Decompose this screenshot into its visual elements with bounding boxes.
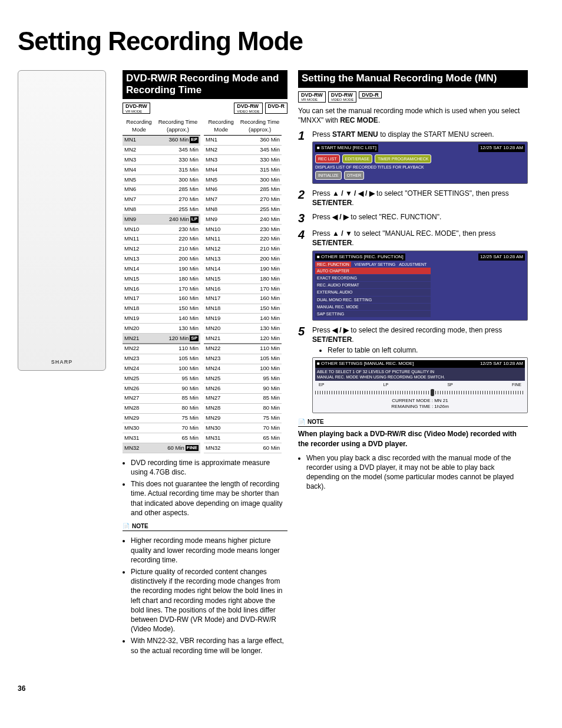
th-mode: Recording Mode [123, 117, 156, 135]
remote-illustration [18, 70, 106, 371]
cell-time: 230 Min [156, 225, 200, 235]
table-row: MN23105 Min [204, 354, 282, 364]
cell-time: 360 MinEP [156, 135, 200, 145]
cell-mode: MN29 [204, 413, 238, 423]
table-row: MN8255 Min [123, 205, 200, 215]
cell-mode: MN19 [204, 314, 238, 324]
table-row: MN10230 Min [123, 225, 200, 235]
table-row: MN12210 Min [123, 244, 200, 254]
table-row: MN2595 Min [123, 374, 200, 384]
cell-time: 285 Min [238, 185, 282, 195]
table-row: MN18150 Min [123, 304, 200, 314]
remote-column [18, 70, 112, 371]
step-body: Press ▲ / ▼ / ◀ / ▶ to select "OTHER SET… [312, 189, 528, 207]
cell-mode: MN32 [123, 443, 156, 453]
cell-time: 220 Min [156, 234, 200, 244]
cell-mode: MN21 [123, 334, 156, 344]
cell-mode: MN2 [204, 145, 238, 155]
table-row: MN2595 Min [204, 374, 282, 384]
table-row: MN8255 Min [204, 205, 282, 215]
sub-bullet: Refer to table on left column. [328, 345, 528, 355]
cell-mode: MN5 [123, 175, 156, 185]
table-row: MN3070 Min [204, 423, 282, 433]
table-row: MN4315 Min [123, 165, 200, 175]
cell-time: 70 Min [156, 423, 200, 433]
table-row: MN2345 Min [123, 145, 200, 155]
cell-time: 140 Min [238, 314, 282, 324]
bullet-item: Higher recording mode means higher pictu… [131, 536, 287, 565]
cell-time: 130 Min [156, 324, 200, 334]
cell-time: 200 Min [156, 254, 200, 264]
cell-mode: MN9 [204, 215, 238, 225]
cell-mode: MN9 [123, 215, 156, 225]
cell-mode: MN20 [123, 324, 156, 334]
table-row: MN2785 Min [204, 393, 282, 403]
cell-mode: MN18 [123, 304, 156, 314]
table-row: MN15180 Min [123, 274, 200, 284]
bullet-item: DVD recording time is approximate measur… [131, 458, 287, 477]
step-number: 1 [298, 130, 309, 141]
right-note-bullets: When you play back a disc recorded with … [298, 453, 528, 492]
mid-note-bullets: Higher recording mode means higher pictu… [123, 536, 287, 655]
cell-mode: MN30 [123, 423, 156, 433]
mode-tag: LP [190, 216, 199, 223]
cell-mode: MN24 [123, 364, 156, 374]
cell-time: 300 Min [238, 175, 282, 185]
cell-time: 60 Min [238, 443, 282, 453]
cell-mode: MN8 [123, 205, 156, 215]
cell-time: 130 Min [238, 324, 282, 334]
page-number: 36 [18, 684, 544, 693]
table-row: MN7270 Min [204, 195, 282, 205]
cell-time: 200 Min [238, 254, 282, 264]
cell-time: 105 Min [156, 354, 200, 364]
cell-mode: MN11 [123, 234, 156, 244]
th-time: Recording Time (approx.) [238, 117, 282, 135]
cell-mode: MN13 [204, 254, 238, 264]
table-row: MN3330 Min [204, 155, 282, 165]
cell-time: 110 Min [156, 344, 200, 354]
cell-time: 315 Min [238, 165, 282, 175]
table-row: MN16170 Min [123, 284, 200, 294]
table-row: MN24100 Min [123, 364, 200, 374]
cell-mode: MN23 [123, 354, 156, 364]
table-row: MN22110 Min [123, 344, 200, 354]
middle-column: DVD-RW/R Recording Mode and Recording Ti… [123, 70, 287, 660]
table-row: MN3260 MinFINE [123, 443, 200, 453]
cell-mode: MN16 [123, 284, 156, 294]
table-row: MN16170 Min [204, 284, 282, 294]
table-row: MN13200 Min [204, 254, 282, 264]
step-number: 3 [298, 212, 309, 224]
cell-mode: MN17 [123, 294, 156, 304]
cell-mode: MN10 [123, 225, 156, 235]
bullet-item: This does not guarantee the length of re… [131, 479, 287, 518]
table-row: MN3165 Min [123, 433, 200, 443]
table-row: MN2690 Min [204, 384, 282, 394]
cell-mode: MN12 [123, 244, 156, 254]
table-row: MN6285 Min [123, 185, 200, 195]
cell-time: 330 Min [156, 155, 200, 165]
cell-mode: MN10 [204, 225, 238, 235]
cell-mode: MN27 [204, 393, 238, 403]
note-bullet: When you play back a disc recorded with … [306, 453, 528, 492]
cell-time: 180 Min [156, 274, 200, 284]
table-row: MN14190 Min [204, 264, 282, 274]
cell-mode: MN25 [204, 374, 238, 384]
cell-time: 210 Min [156, 244, 200, 254]
cell-time: 360 Min [238, 135, 282, 145]
cell-time: 85 Min [238, 393, 282, 403]
cell-time: 255 Min [156, 205, 200, 215]
cell-mode: MN11 [204, 234, 238, 244]
cell-time: 110 Min [238, 344, 282, 354]
bullet-item: With MN22-32, VBR recording has a large … [131, 636, 287, 655]
table-row: MN1360 MinEP [123, 135, 200, 145]
cell-mode: MN1 [123, 135, 156, 145]
cell-time: 315 Min [156, 165, 200, 175]
table-row: MN22110 Min [204, 344, 282, 354]
cell-mode: MN27 [123, 393, 156, 403]
step-body: Press ▲ / ▼ to select "MANUAL REC. MODE"… [312, 229, 528, 321]
cell-mode: MN14 [204, 264, 238, 274]
cell-time: 240 Min [238, 215, 282, 225]
table-row: MN2975 Min [204, 413, 282, 423]
cell-mode: MN18 [204, 304, 238, 314]
cell-time: 70 Min [238, 423, 282, 433]
